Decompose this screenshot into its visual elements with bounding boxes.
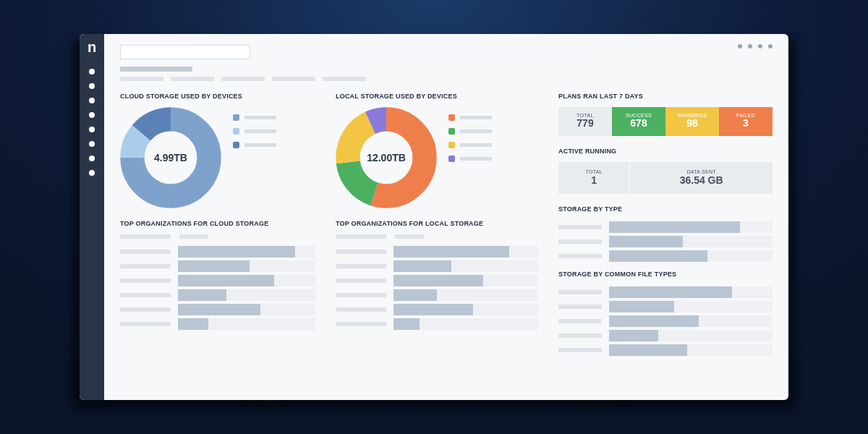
bar-fill: [178, 260, 250, 272]
bar-fill: [393, 246, 509, 258]
legend-item: [448, 156, 492, 162]
logo-icon: n: [88, 40, 96, 54]
storage-file-table: [558, 285, 773, 357]
top-local-table: [336, 234, 538, 331]
active-total[interactable]: TOTAL 1: [558, 162, 629, 194]
tab[interactable]: [221, 77, 265, 81]
bar-cell: [393, 260, 538, 272]
tab[interactable]: [120, 77, 163, 81]
plans-failed[interactable]: FAILED 3: [719, 107, 773, 136]
sidebar-item[interactable]: [89, 127, 95, 132]
sidebar-item[interactable]: [89, 112, 95, 118]
row-label: [120, 293, 171, 297]
legend-label: [460, 157, 492, 161]
legend-swatch-icon: [233, 114, 239, 121]
sidebar-item[interactable]: [89, 141, 95, 147]
table-row: [558, 220, 773, 234]
table-row: [336, 259, 538, 273]
plans-total[interactable]: TOTAL 779: [558, 107, 612, 136]
row-label: [120, 322, 171, 326]
bar-cell: [609, 344, 773, 356]
window-dot[interactable]: [768, 44, 773, 48]
table-header: [120, 234, 171, 239]
sidebar-item[interactable]: [89, 69, 95, 75]
table-row: [558, 299, 773, 314]
breadcrumb: [120, 67, 773, 81]
plans-stats: TOTAL 779 SUCCESS 678 WARNINGS 98 FAIL: [558, 107, 773, 136]
legend-label: [460, 129, 492, 133]
bar-fill: [393, 260, 451, 272]
table-header: [179, 234, 208, 239]
table-row: [120, 317, 315, 331]
legend-label: [460, 116, 492, 119]
bar-cell: [393, 318, 538, 330]
tab[interactable]: [272, 77, 315, 81]
bar-cell: [178, 289, 315, 301]
window-dot[interactable]: [738, 44, 742, 48]
bar-cell: [393, 246, 538, 258]
table-row: [120, 259, 315, 273]
legend-item: [233, 128, 276, 135]
bar-fill: [178, 304, 260, 315]
window-dot[interactable]: [758, 44, 762, 48]
tab[interactable]: [323, 77, 366, 81]
table-row: [558, 343, 773, 357]
main-content: CLOUD STORAGE USED BY DEVICES 4.99TB TOP…: [104, 34, 788, 400]
storage-type-title: STORAGE BY TYPE: [558, 205, 773, 213]
top-local-title: TOP ORGANIZATIONS FOR LOCAL STORAGE: [336, 220, 538, 227]
table-row: [336, 288, 538, 302]
table-row: [336, 317, 538, 331]
table-row: [120, 244, 315, 259]
bar-fill: [393, 289, 437, 301]
bar-cell: [178, 260, 315, 272]
sidebar-item[interactable]: [89, 170, 95, 176]
row-label: [120, 264, 171, 268]
table-row: [558, 328, 773, 343]
sidebar-item[interactable]: [89, 83, 95, 89]
bar-fill: [178, 289, 226, 301]
row-label: [558, 333, 602, 338]
cloud-storage-title: CLOUD STORAGE USED BY DEVICES: [120, 93, 315, 100]
storage-file-title: STORAGE BY COMMON FILE TYPES: [558, 271, 773, 278]
sidebar-item[interactable]: [89, 98, 95, 103]
plans-success[interactable]: SUCCESS 678: [612, 107, 665, 136]
table-row: [336, 244, 538, 259]
bar-cell: [609, 250, 773, 262]
bar-cell: [609, 315, 773, 327]
bar-fill: [609, 221, 740, 233]
bar-fill: [609, 250, 707, 262]
top-cloud-title: TOP ORGANIZATIONS FOR CLOUD STORAGE: [120, 220, 315, 227]
search-input[interactable]: [120, 45, 250, 59]
bar-cell: [178, 318, 315, 330]
legend-label: [244, 143, 276, 147]
bar-fill: [609, 330, 658, 341]
plans-warnings[interactable]: WARNINGS 98: [665, 107, 719, 136]
row-label: [336, 293, 386, 297]
window-dot[interactable]: [748, 44, 752, 48]
bar-fill: [609, 301, 674, 312]
table-row: [120, 288, 315, 302]
legend-item: [448, 142, 492, 148]
row-label: [120, 278, 171, 283]
bar-cell: [393, 304, 538, 315]
row-label: [558, 305, 602, 309]
sidebar-item[interactable]: [89, 156, 95, 161]
bar-fill: [178, 275, 274, 286]
tab[interactable]: [171, 77, 214, 81]
row-label: [336, 264, 386, 268]
local-storage-title: LOCAL STORAGE USED BY DEVICES: [336, 93, 538, 100]
legend-swatch-icon: [233, 128, 239, 135]
table-row: [558, 249, 773, 263]
table-header: [336, 234, 386, 239]
table-row: [558, 314, 773, 328]
local-donut-center: 12.00TB: [336, 107, 437, 208]
sidebar: n: [80, 34, 104, 400]
bar-cell: [178, 275, 315, 286]
active-title: ACTIVE RUNNING: [558, 148, 773, 155]
table-row: [336, 273, 538, 288]
row-label: [558, 225, 602, 229]
active-data-sent[interactable]: DATA SENT 36.54 GB: [630, 162, 773, 194]
row-label: [120, 307, 171, 312]
table-row: [336, 302, 538, 317]
bar-fill: [393, 318, 420, 330]
